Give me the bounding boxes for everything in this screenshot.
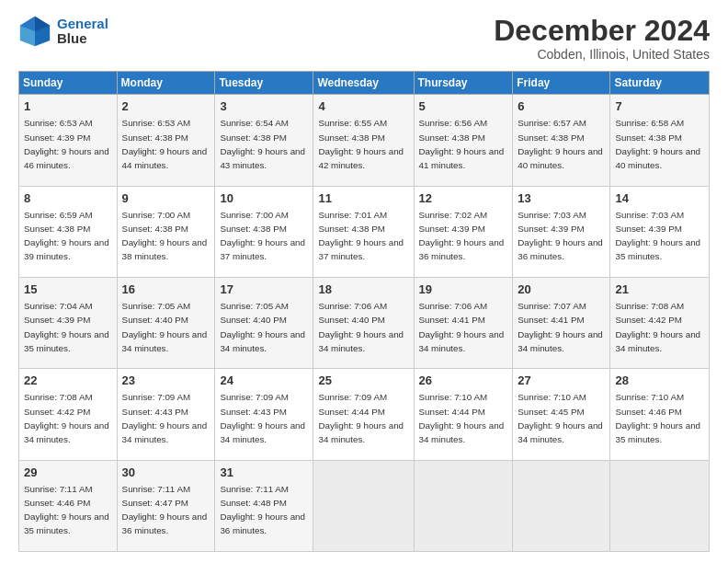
day-number: 26 <box>419 373 508 389</box>
day-info: Sunrise: 7:10 AMSunset: 4:44 PMDaylight:… <box>419 392 505 444</box>
calendar-cell: 14Sunrise: 7:03 AMSunset: 4:39 PMDayligh… <box>610 186 710 277</box>
title-block: December 2024 Cobden, Illinois, United S… <box>494 15 710 62</box>
day-number: 19 <box>419 282 508 298</box>
calendar-cell: 3Sunrise: 6:54 AMSunset: 4:38 PMDaylight… <box>215 95 313 186</box>
day-info: Sunrise: 7:09 AMSunset: 4:43 PMDaylight:… <box>220 392 305 444</box>
day-info: Sunrise: 6:53 AMSunset: 4:39 PMDaylight:… <box>24 118 109 170</box>
day-number: 17 <box>220 282 308 298</box>
day-number: 2 <box>122 98 210 115</box>
day-info: Sunrise: 6:59 AMSunset: 4:38 PMDaylight:… <box>24 210 109 262</box>
header-row: Sunday Monday Tuesday Wednesday Thursday… <box>19 72 710 95</box>
calendar-cell: 16Sunrise: 7:05 AMSunset: 4:40 PMDayligh… <box>117 277 215 368</box>
subtitle: Cobden, Illinois, United States <box>494 47 710 62</box>
day-number: 11 <box>318 190 408 207</box>
calendar-week-3: 22Sunrise: 7:08 AMSunset: 4:42 PMDayligh… <box>19 369 710 460</box>
day-number: 10 <box>220 190 308 207</box>
day-info: Sunrise: 6:55 AMSunset: 4:38 PMDaylight:… <box>318 118 404 170</box>
day-number: 27 <box>518 373 605 389</box>
calendar-cell: 11Sunrise: 7:01 AMSunset: 4:38 PMDayligh… <box>313 186 414 277</box>
calendar-cell: 28Sunrise: 7:10 AMSunset: 4:46 PMDayligh… <box>610 369 710 460</box>
calendar-cell: 7Sunrise: 6:58 AMSunset: 4:38 PMDaylight… <box>610 95 710 186</box>
header: General Blue December 2024 Cobden, Illin… <box>18 15 710 62</box>
calendar-cell: 4Sunrise: 6:55 AMSunset: 4:38 PMDaylight… <box>313 95 414 186</box>
col-tuesday: Tuesday <box>215 72 313 95</box>
calendar-cell: 29Sunrise: 7:11 AMSunset: 4:46 PMDayligh… <box>19 460 118 551</box>
calendar-body: 1Sunrise: 6:53 AMSunset: 4:39 PMDaylight… <box>19 95 710 552</box>
calendar-week-2: 15Sunrise: 7:04 AMSunset: 4:39 PMDayligh… <box>19 277 710 368</box>
calendar-cell: 17Sunrise: 7:05 AMSunset: 4:40 PMDayligh… <box>215 277 313 368</box>
main-title: December 2024 <box>494 15 710 47</box>
calendar-cell: 10Sunrise: 7:00 AMSunset: 4:38 PMDayligh… <box>215 186 313 277</box>
day-info: Sunrise: 7:00 AMSunset: 4:38 PMDaylight:… <box>220 210 305 262</box>
calendar-table: Sunday Monday Tuesday Wednesday Thursday… <box>18 71 710 552</box>
day-number: 3 <box>220 98 308 115</box>
day-info: Sunrise: 7:08 AMSunset: 4:42 PMDaylight:… <box>615 301 700 353</box>
day-info: Sunrise: 6:53 AMSunset: 4:38 PMDaylight:… <box>122 118 208 170</box>
logo: General Blue <box>18 15 108 48</box>
day-info: Sunrise: 7:03 AMSunset: 4:39 PMDaylight:… <box>615 210 700 262</box>
day-info: Sunrise: 7:06 AMSunset: 4:40 PMDaylight:… <box>318 301 404 353</box>
day-number: 22 <box>24 373 112 389</box>
day-number: 18 <box>318 282 408 298</box>
calendar-cell: 9Sunrise: 7:00 AMSunset: 4:38 PMDaylight… <box>117 186 215 277</box>
day-info: Sunrise: 7:00 AMSunset: 4:38 PMDaylight:… <box>122 210 208 262</box>
col-thursday: Thursday <box>414 72 513 95</box>
calendar-cell: 30Sunrise: 7:11 AMSunset: 4:47 PMDayligh… <box>117 460 215 551</box>
day-number: 13 <box>518 190 605 207</box>
day-info: Sunrise: 7:02 AMSunset: 4:39 PMDaylight:… <box>419 210 505 262</box>
day-info: Sunrise: 7:06 AMSunset: 4:41 PMDaylight:… <box>419 301 505 353</box>
day-info: Sunrise: 7:09 AMSunset: 4:44 PMDaylight:… <box>318 392 404 444</box>
calendar-cell: 12Sunrise: 7:02 AMSunset: 4:39 PMDayligh… <box>414 186 513 277</box>
col-monday: Monday <box>117 72 215 95</box>
day-number: 6 <box>518 98 605 115</box>
calendar-cell: 27Sunrise: 7:10 AMSunset: 4:45 PMDayligh… <box>513 369 610 460</box>
logo-text: General Blue <box>57 17 108 47</box>
calendar-cell: 19Sunrise: 7:06 AMSunset: 4:41 PMDayligh… <box>414 277 513 368</box>
day-number: 20 <box>518 282 605 298</box>
logo-line2: Blue <box>57 31 108 47</box>
day-number: 15 <box>24 282 112 298</box>
col-friday: Friday <box>513 72 610 95</box>
calendar-cell: 8Sunrise: 6:59 AMSunset: 4:38 PMDaylight… <box>19 186 118 277</box>
day-number: 23 <box>122 373 210 389</box>
day-number: 30 <box>122 465 210 481</box>
calendar-cell: 1Sunrise: 6:53 AMSunset: 4:39 PMDaylight… <box>19 95 118 186</box>
day-info: Sunrise: 7:05 AMSunset: 4:40 PMDaylight:… <box>122 301 208 353</box>
day-info: Sunrise: 7:10 AMSunset: 4:46 PMDaylight:… <box>615 392 700 444</box>
day-info: Sunrise: 7:11 AMSunset: 4:46 PMDaylight:… <box>24 484 109 536</box>
logo-icon <box>18 15 51 48</box>
day-info: Sunrise: 7:08 AMSunset: 4:42 PMDaylight:… <box>24 392 109 444</box>
day-number: 29 <box>24 465 112 481</box>
calendar-cell: 5Sunrise: 6:56 AMSunset: 4:38 PMDaylight… <box>414 95 513 186</box>
calendar-cell: 24Sunrise: 7:09 AMSunset: 4:43 PMDayligh… <box>215 369 313 460</box>
day-info: Sunrise: 7:11 AMSunset: 4:48 PMDaylight:… <box>220 484 305 536</box>
calendar-week-4: 29Sunrise: 7:11 AMSunset: 4:46 PMDayligh… <box>19 460 710 551</box>
day-number: 24 <box>220 373 308 389</box>
calendar-cell: 31Sunrise: 7:11 AMSunset: 4:48 PMDayligh… <box>215 460 313 551</box>
day-info: Sunrise: 7:04 AMSunset: 4:39 PMDaylight:… <box>24 301 109 353</box>
calendar-cell: 2Sunrise: 6:53 AMSunset: 4:38 PMDaylight… <box>117 95 215 186</box>
calendar-cell <box>610 460 710 551</box>
logo-line1: General <box>57 16 108 31</box>
calendar-cell: 25Sunrise: 7:09 AMSunset: 4:44 PMDayligh… <box>313 369 414 460</box>
day-info: Sunrise: 7:09 AMSunset: 4:43 PMDaylight:… <box>122 392 208 444</box>
calendar-cell: 13Sunrise: 7:03 AMSunset: 4:39 PMDayligh… <box>513 186 610 277</box>
calendar-cell <box>513 460 610 551</box>
day-number: 8 <box>24 190 112 207</box>
calendar-cell <box>313 460 414 551</box>
day-info: Sunrise: 7:07 AMSunset: 4:41 PMDaylight:… <box>518 301 603 353</box>
calendar-week-1: 8Sunrise: 6:59 AMSunset: 4:38 PMDaylight… <box>19 186 710 277</box>
day-info: Sunrise: 6:57 AMSunset: 4:38 PMDaylight:… <box>518 118 603 170</box>
day-info: Sunrise: 6:58 AMSunset: 4:38 PMDaylight:… <box>615 118 700 170</box>
calendar-cell: 21Sunrise: 7:08 AMSunset: 4:42 PMDayligh… <box>610 277 710 368</box>
calendar-cell <box>414 460 513 551</box>
day-info: Sunrise: 7:01 AMSunset: 4:38 PMDaylight:… <box>318 210 404 262</box>
day-number: 21 <box>615 282 704 298</box>
calendar-cell: 18Sunrise: 7:06 AMSunset: 4:40 PMDayligh… <box>313 277 414 368</box>
calendar-week-0: 1Sunrise: 6:53 AMSunset: 4:39 PMDaylight… <box>19 95 710 186</box>
calendar-header: Sunday Monday Tuesday Wednesday Thursday… <box>19 72 710 95</box>
day-number: 25 <box>318 373 408 389</box>
day-number: 16 <box>122 282 210 298</box>
day-info: Sunrise: 7:11 AMSunset: 4:47 PMDaylight:… <box>122 484 208 536</box>
calendar-cell: 6Sunrise: 6:57 AMSunset: 4:38 PMDaylight… <box>513 95 610 186</box>
